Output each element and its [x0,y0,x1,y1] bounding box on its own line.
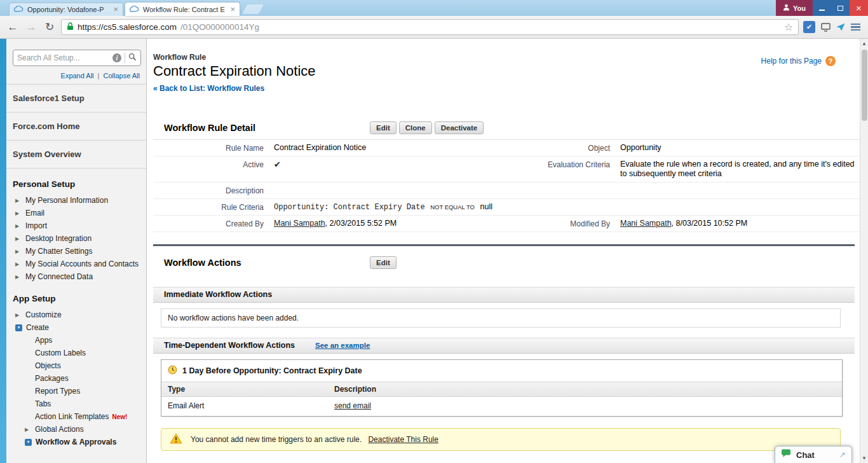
search-input[interactable] [17,53,109,62]
see-an-example-link[interactable]: See an example [315,342,370,349]
minimize-button[interactable] [813,0,831,16]
immediate-actions-title: Immediate Workflow Actions [164,290,272,299]
help-icon[interactable]: ? [825,56,836,66]
person-icon [783,4,790,12]
tab-close-icon[interactable]: × [113,6,118,13]
rule-name-value: Contract Expiration Notice [274,143,474,153]
sidebar-item-my-social-accounts[interactable]: ▶ My Social Accounts and Contacts [6,258,146,270]
active-label: Active [153,160,274,179]
sidebar-item-workflow-approvals[interactable]: ▼ Workflow & Approvals [6,436,146,448]
expand-arrow-icon[interactable]: ▶ [15,249,22,254]
send-email-link[interactable]: send email [334,401,371,410]
screen-share-extension-icon[interactable] [821,23,831,32]
refresh-icon[interactable]: ↻ [43,22,57,32]
expand-arrow-icon[interactable]: ▶ [15,223,22,229]
sidebar-item-desktop-integration[interactable]: ▶ Desktop Integration [6,232,146,245]
expand-arrow-icon[interactable]: ▶ [15,211,22,216]
new-badge: New! [112,413,128,420]
created-by-user-link[interactable]: Mani Sampath [274,219,325,228]
send-plane-extension-icon[interactable] [836,23,845,31]
collapse-arrow-icon[interactable]: ▼ [25,439,32,446]
tab-title: Workflow Rule: Contract E [143,6,226,13]
sidebar-item-packages[interactable]: Packages [6,372,146,385]
window-close-button[interactable]: × [850,0,868,16]
modified-by-user-link[interactable]: Mani Sampath [620,219,672,228]
sidebar-item-action-link-templates[interactable]: Action Link TemplatesNew! [6,410,146,423]
chat-expand-icon[interactable]: ↗ [839,450,846,459]
personal-setup-heading: Personal Setup [13,179,146,189]
deactivate-this-rule-link[interactable]: Deactivate This Rule [368,435,438,444]
tree-item-label: Action Link Templates [35,412,109,421]
sidebar-item-custom-labels[interactable]: Custom Labels [6,347,146,359]
edit-button[interactable]: Edit [370,121,397,134]
scrollbar-thumb[interactable] [862,50,867,121]
sidebar-item-email[interactable]: ▶ Email [6,207,146,219]
sidebar-item-my-personal-information[interactable]: ▶ My Personal Information [6,194,146,207]
browser-menu-icon[interactable] [851,24,860,31]
checkbox-extension-icon[interactable]: ✔ [803,21,815,33]
deactivate-button[interactable]: Deactivate [435,121,484,134]
sidebar-item-global-actions[interactable]: ▶ Global Actions [6,423,146,436]
sidebar-item-create[interactable]: ▼ Create [6,321,146,334]
tab-opportunity[interactable]: Opportunity: Vodafone-P × [9,3,123,16]
new-tab-button[interactable] [242,4,264,14]
expand-all-link[interactable]: Expand All [61,72,94,79]
maximize-button[interactable] [831,0,850,16]
tree-item-label: Email [25,209,44,218]
expand-arrow-icon[interactable]: ▶ [25,427,31,432]
expand-arrow-icon[interactable]: ▶ [15,198,22,204]
no-actions-message: No workflow actions have been added. [161,308,841,328]
rule-criteria-operator: NOT EQUAL TO [430,204,475,211]
sidebar-item-report-types[interactable]: Report Types [6,385,146,397]
collapse-all-link[interactable]: Collapse All [104,72,140,79]
sidebar-item-my-chatter-settings[interactable]: ▶ My Chatter Settings [6,245,146,258]
tab-close-icon[interactable]: × [230,6,235,13]
expand-arrow-icon[interactable]: ▶ [15,274,22,280]
address-bar[interactable]: https://cs5.salesforce.com /01QO00000001… [61,19,799,35]
tree-item-label: My Social Accounts and Contacts [25,259,139,268]
help-link[interactable]: Help for this Page [761,57,822,66]
expand-arrow-icon[interactable]: ▶ [15,261,22,267]
main-content: Workflow Rule Contract Expiration Notice… [147,39,860,463]
table-row: Email Alert send email [161,396,842,416]
detail-section-title: Workflow Rule Detail [153,123,255,133]
workflow-actions-edit-button[interactable]: Edit [370,256,397,269]
expand-arrow-icon[interactable]: ▶ [15,312,22,318]
tree-item-label: Create [26,323,49,332]
salesforce-setup-page: i Expand All | Collapse All Salesforce1 … [0,39,868,463]
sidebar-item-objects[interactable]: Objects [6,359,146,372]
salesforce-cloud-icon [130,6,139,13]
vertical-scrollbar[interactable]: ▲ ▼ [860,39,868,463]
sidebar-item-import[interactable]: ▶ Import [6,219,146,232]
time-dependent-actions-title: Time-Dependent Workflow Actions [164,341,295,350]
profile-badge[interactable]: You [776,0,813,16]
search-box[interactable]: i [13,50,141,66]
tree-item-label: Global Actions [35,425,84,434]
scroll-down-icon[interactable]: ▼ [860,453,868,463]
sidebar-item-salesforce1-setup[interactable]: Salesforce1 Setup [6,84,146,113]
tree-item-label: My Chatter Settings [25,247,92,256]
sidebar-item-forcecom-home[interactable]: Force.com Home [6,113,146,141]
forward-icon[interactable]: → [24,22,38,32]
page-title: Contract Expiration Notice [153,63,860,79]
sidebar-item-apps[interactable]: Apps [6,334,146,347]
expand-arrow-icon[interactable]: ▶ [15,236,22,242]
back-icon[interactable]: ← [6,22,20,32]
bookmark-star-icon[interactable]: ☆ [784,21,793,33]
back-to-list-link[interactable]: « Back to List: Workflow Rules [153,84,264,93]
chat-widget[interactable]: Chat ↗ [775,446,852,463]
rule-criteria-null: null [480,202,492,211]
collapse-arrow-icon[interactable]: ▼ [15,324,22,331]
sidebar-item-customize[interactable]: ▶ Customize [6,308,146,321]
sidebar-item-my-connected-data[interactable]: ▶ My Connected Data [6,270,146,283]
search-separator [125,53,125,63]
workflow-actions-buttons: Edit [370,256,397,269]
clone-button[interactable]: Clone [399,121,432,134]
search-icon[interactable] [128,53,137,63]
scroll-up-icon[interactable]: ▲ [860,39,868,48]
tab-workflow-rule[interactable]: Workflow Rule: Contract E × [125,3,240,16]
tree-item-label: My Connected Data [25,272,93,281]
info-icon[interactable]: i [112,53,121,62]
sidebar-item-system-overview[interactable]: System Overview [6,141,146,169]
sidebar-item-tabs[interactable]: Tabs [6,397,146,410]
